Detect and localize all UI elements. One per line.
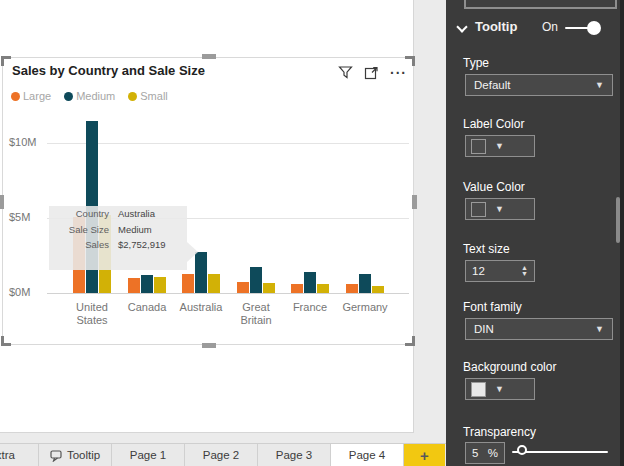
gridline bbox=[47, 293, 409, 294]
previous-section-control[interactable] bbox=[464, 0, 617, 9]
text-size-stepper[interactable]: 12 ▲▼ bbox=[465, 260, 535, 282]
tab-extra[interactable]: Extra bbox=[0, 444, 39, 466]
bar-france-large[interactable] bbox=[291, 284, 303, 293]
tooltip-arrow bbox=[187, 242, 198, 262]
format-pane: Tooltip On Type Default ▼ Label Color ▼ … bbox=[446, 0, 624, 466]
chevron-down-icon: ▼ bbox=[495, 384, 504, 394]
x-axis-label: United States bbox=[63, 301, 121, 327]
page-tabs: ExtraTooltipPage 1Page 2Page 3Page 4 bbox=[0, 444, 404, 466]
font-family-label: Font family bbox=[463, 300, 522, 314]
chevron-down-icon: ▼ bbox=[595, 80, 604, 90]
section-title: Tooltip bbox=[475, 19, 517, 34]
text-size-label: Text size bbox=[463, 242, 510, 256]
report-canvas: Sales by Country and Sale Size ··· Large… bbox=[0, 0, 414, 433]
slider-knob[interactable] bbox=[517, 445, 527, 455]
bar-australia-large[interactable] bbox=[182, 274, 194, 294]
transparency-input[interactable]: 5 % bbox=[465, 442, 505, 464]
bar-great-britain-large[interactable] bbox=[237, 282, 249, 293]
chevron-down-icon: ▼ bbox=[495, 141, 504, 151]
text-size-value: 12 bbox=[472, 265, 485, 277]
chevron-down-icon: ▼ bbox=[495, 204, 504, 214]
x-axis-label: Great Britain bbox=[227, 301, 285, 327]
toggle-knob bbox=[587, 21, 601, 35]
chart-tooltip: Country Australia Sale Size Medium Sales… bbox=[49, 206, 187, 270]
tab-label: Page 2 bbox=[203, 449, 239, 461]
y-axis-tick-label: $5M bbox=[9, 211, 45, 223]
y-axis-tick-label: $10M bbox=[9, 136, 45, 148]
panel-right-edge bbox=[620, 0, 624, 466]
x-axis-label: Germany bbox=[336, 301, 394, 314]
new-page-button[interactable]: + bbox=[404, 444, 445, 466]
value-color-swatch bbox=[471, 202, 486, 217]
label-color-label: Label Color bbox=[463, 117, 524, 131]
powerbi-window: Sales by Country and Sale Size ··· Large… bbox=[0, 0, 624, 466]
label-color-picker[interactable]: ▼ bbox=[465, 135, 535, 157]
type-dropdown[interactable]: Default ▼ bbox=[465, 74, 613, 96]
bar-great-britain-small[interactable] bbox=[263, 283, 275, 294]
transparency-slider[interactable] bbox=[512, 442, 608, 462]
tab-label: Page 1 bbox=[130, 449, 166, 461]
tab-page-3[interactable]: Page 3 bbox=[258, 444, 331, 466]
tooltip-row-country: Country Australia bbox=[49, 206, 187, 222]
bar-great-britain-medium[interactable] bbox=[250, 267, 262, 293]
font-family-dropdown[interactable]: DIN ▼ bbox=[465, 318, 613, 340]
tooltip-page-icon bbox=[50, 449, 63, 462]
font-family-value: DIN bbox=[474, 323, 494, 335]
transparency-value: 5 bbox=[472, 447, 478, 459]
tab-page-1[interactable]: Page 1 bbox=[112, 444, 185, 466]
bar-germany-medium[interactable] bbox=[359, 274, 371, 293]
type-value: Default bbox=[474, 79, 510, 91]
label-color-swatch bbox=[471, 139, 486, 154]
stepper-arrows-icon[interactable]: ▲▼ bbox=[521, 265, 528, 277]
tooltip-section-header[interactable]: Tooltip On bbox=[446, 18, 624, 40]
bar-france-small[interactable] bbox=[317, 284, 329, 293]
tooltip-row-sale-size: Sale Size Medium bbox=[49, 222, 187, 238]
tab-label: Extra bbox=[0, 449, 15, 461]
tooltip-row-sales: Sales $2,752,919 bbox=[49, 237, 187, 253]
x-axis-label: Australia bbox=[172, 301, 230, 314]
y-axis-tick-label: $0M bbox=[9, 286, 45, 298]
bar-canada-large[interactable] bbox=[128, 278, 140, 293]
chevron-down-icon: ▼ bbox=[595, 324, 604, 334]
type-label: Type bbox=[463, 56, 489, 70]
value-color-picker[interactable]: ▼ bbox=[465, 198, 535, 220]
bar-canada-small[interactable] bbox=[154, 277, 166, 293]
sales-chart-visual[interactable]: Sales by Country and Sale Size ··· Large… bbox=[2, 57, 414, 345]
tab-label: Tooltip bbox=[67, 449, 100, 461]
page-tab-bar: ExtraTooltipPage 1Page 2Page 3Page 4 + bbox=[0, 443, 447, 466]
tab-label: Page 4 bbox=[349, 449, 385, 461]
value-color-label: Value Color bbox=[463, 180, 525, 194]
tab-tooltip[interactable]: Tooltip bbox=[39, 444, 112, 466]
transparency-label: Transparency bbox=[463, 425, 536, 439]
bar-germany-large[interactable] bbox=[346, 284, 358, 293]
tab-label: Page 3 bbox=[276, 449, 312, 461]
background-color-picker[interactable]: ▼ bbox=[465, 378, 535, 400]
tooltip-toggle[interactable] bbox=[565, 18, 601, 38]
bar-germany-small[interactable] bbox=[372, 286, 384, 294]
background-color-swatch bbox=[471, 382, 486, 397]
bar-canada-medium[interactable] bbox=[141, 275, 153, 293]
tab-page-4[interactable]: Page 4 bbox=[331, 444, 404, 466]
bar-chart-plot: $0M$5M$10MUnited StatesCanadaAustraliaGr… bbox=[3, 58, 413, 344]
toggle-state-label: On bbox=[542, 20, 558, 34]
gridline bbox=[47, 143, 409, 144]
chevron-down-icon[interactable] bbox=[458, 23, 466, 31]
x-axis-label: Canada bbox=[118, 301, 176, 314]
bar-france-medium[interactable] bbox=[304, 272, 316, 293]
x-axis-label: France bbox=[281, 301, 339, 314]
transparency-unit: % bbox=[488, 447, 498, 459]
tab-page-2[interactable]: Page 2 bbox=[185, 444, 258, 466]
background-color-label: Background color bbox=[463, 360, 556, 374]
bar-australia-small[interactable] bbox=[208, 274, 220, 293]
